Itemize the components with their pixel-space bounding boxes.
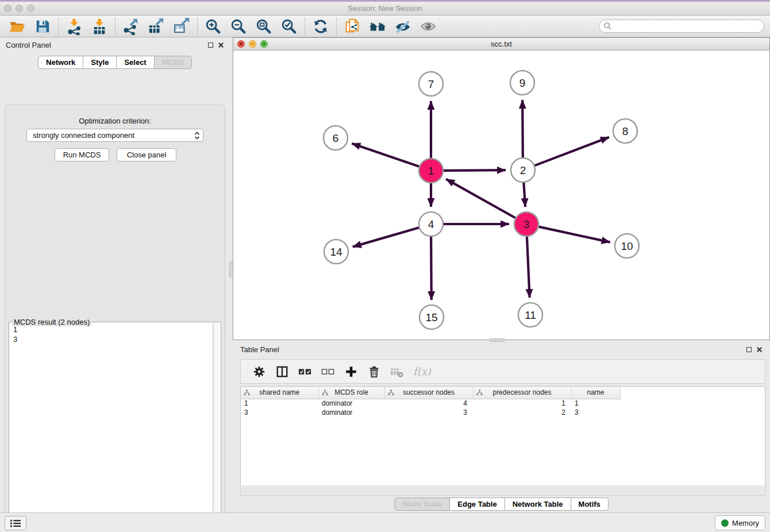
column-header-shared-name[interactable]: shared name	[241, 387, 318, 399]
zoom-selected-icon[interactable]	[280, 18, 298, 35]
edge-1-6[interactable]	[352, 144, 419, 167]
control-panel-tabs: NetworkStyleSelectMCDS	[0, 56, 230, 69]
edge-4-14[interactable]	[353, 228, 419, 246]
show-columns-icon[interactable]	[275, 365, 289, 379]
node-label-4: 4	[428, 218, 434, 230]
select-all-icon[interactable]	[298, 365, 312, 379]
edge-4-15[interactable]	[431, 237, 432, 300]
cell-successor-nodes[interactable]: 4	[384, 399, 473, 408]
edge-3-10[interactable]	[538, 227, 610, 242]
export-network-icon[interactable]	[122, 18, 140, 35]
edge-2-9[interactable]	[522, 100, 523, 157]
refresh-icon[interactable]	[312, 18, 329, 35]
import-network-icon[interactable]	[66, 18, 83, 35]
toolbar-separator	[197, 18, 198, 35]
tab-edge-table[interactable]: Edge Table	[450, 498, 505, 511]
toolbar-separator	[58, 18, 59, 35]
float-panel-icon[interactable]	[208, 43, 213, 48]
result-scrollbar[interactable]	[213, 323, 220, 532]
mcds-panel: Optimization criterion: strongly connect…	[5, 105, 225, 532]
tab-style[interactable]: Style	[83, 56, 117, 69]
zoom-out-icon[interactable]	[230, 18, 247, 35]
zoom-in-icon[interactable]	[205, 18, 222, 35]
delete-column-icon[interactable]	[367, 365, 381, 379]
close-panel-icon[interactable]	[756, 346, 763, 353]
status-bar: Memory	[0, 512, 770, 532]
edge-3-1[interactable]	[446, 179, 515, 218]
mcds-result-box: MCDS result (2 nodes) 1 3	[9, 322, 221, 532]
table-row[interactable]: 1dominator411	[241, 399, 765, 408]
column-header-predecessor-nodes[interactable]: predecessor nodes	[473, 387, 571, 399]
task-history-button[interactable]	[5, 516, 26, 530]
toolbar-separator	[336, 18, 337, 35]
tab-network[interactable]: Network	[38, 56, 83, 69]
node-label-8: 8	[622, 125, 629, 137]
edge-3-11[interactable]	[527, 237, 530, 298]
add-column-icon[interactable]	[344, 365, 358, 379]
cell-name[interactable]: 1	[571, 399, 620, 408]
control-panel-header: Control Panel	[0, 37, 230, 52]
network-view-title: scc.txt	[233, 40, 769, 48]
node-label-7: 7	[428, 78, 434, 90]
cell-filler	[620, 408, 765, 417]
search-input[interactable]	[599, 20, 764, 33]
hide-eye-icon[interactable]	[394, 18, 411, 35]
table-hscrollbar[interactable]	[240, 485, 765, 496]
select-stepper-icon	[194, 132, 200, 140]
cell-shared-name[interactable]: 3	[241, 408, 318, 417]
mcds-result-text[interactable]: 1 3	[10, 323, 213, 532]
network-graph-canvas[interactable]: 7968124314101511	[233, 51, 769, 340]
memory-label: Memory	[732, 519, 759, 527]
cell-successor-nodes[interactable]: 3	[384, 408, 473, 417]
node-label-10: 10	[621, 240, 633, 252]
tab-mcds[interactable]: MCDS	[155, 56, 192, 69]
cell-MCDS-role[interactable]: dominator	[318, 408, 384, 417]
open-folder-icon[interactable]	[9, 18, 26, 35]
cell-shared-name[interactable]: 1	[241, 399, 318, 408]
cell-name[interactable]: 3	[571, 408, 620, 417]
settings-gear-icon[interactable]	[252, 365, 266, 379]
save-icon[interactable]	[34, 18, 51, 35]
deselect-all-icon[interactable]	[321, 365, 335, 379]
table-toolbar: f(x)	[240, 359, 765, 384]
cell-predecessor-nodes[interactable]: 2	[473, 408, 571, 417]
column-header-successor-nodes[interactable]: successor nodes	[384, 387, 473, 399]
criterion-select[interactable]: strongly connected component	[26, 129, 203, 142]
tab-node-table[interactable]: Node Table	[394, 498, 450, 511]
float-panel-icon[interactable]	[746, 347, 752, 352]
optimization-criterion-label: Optimization criterion:	[5, 117, 225, 125]
clone-network-icon[interactable]	[344, 18, 361, 35]
export-image-icon[interactable]	[173, 18, 190, 35]
search-field-wrap	[599, 20, 764, 33]
cell-MCDS-role[interactable]: dominator	[318, 399, 384, 408]
memory-button[interactable]: Memory	[715, 515, 765, 530]
toolbar-separator	[115, 18, 116, 35]
show-eye-icon[interactable]	[419, 18, 437, 35]
close-panel-button[interactable]: Close panel	[117, 148, 176, 161]
control-panel: Control Panel NetworkStyleSelectMCDS Opt…	[0, 37, 230, 511]
edge-1-2[interactable]	[444, 170, 506, 171]
edge-2-3[interactable]	[523, 183, 525, 207]
node-label-11: 11	[525, 309, 536, 321]
node-label-9: 9	[519, 77, 526, 89]
export-table-icon[interactable]	[148, 18, 165, 35]
close-panel-icon[interactable]	[218, 42, 224, 48]
tab-network-table[interactable]: Network Table	[505, 498, 571, 511]
home-icon[interactable]	[369, 18, 386, 35]
column-header-MCDS-role[interactable]: MCDS role	[318, 387, 384, 399]
search-icon	[603, 22, 612, 30]
cell-predecessor-nodes[interactable]: 1	[473, 399, 571, 408]
table-row[interactable]: 3dominator323	[241, 408, 765, 417]
node-table: shared nameMCDS rolesuccessor nodesprede…	[240, 386, 765, 493]
zoom-fit-icon[interactable]	[255, 18, 272, 35]
memory-status-icon	[721, 519, 729, 527]
column-header-name[interactable]: name	[571, 387, 620, 399]
network-window-titlebar[interactable]: ✕ − + scc.txt	[233, 38, 769, 51]
import-table-icon[interactable]	[91, 18, 108, 35]
edge-2-8[interactable]	[535, 137, 609, 165]
run-mcds-button[interactable]: Run MCDS	[55, 148, 109, 161]
network-view-window: ✕ − + scc.txt 7968124314101511	[233, 37, 770, 340]
tab-motifs[interactable]: Motifs	[571, 498, 609, 511]
tab-select[interactable]: Select	[117, 56, 154, 69]
node-label-14: 14	[330, 246, 342, 258]
